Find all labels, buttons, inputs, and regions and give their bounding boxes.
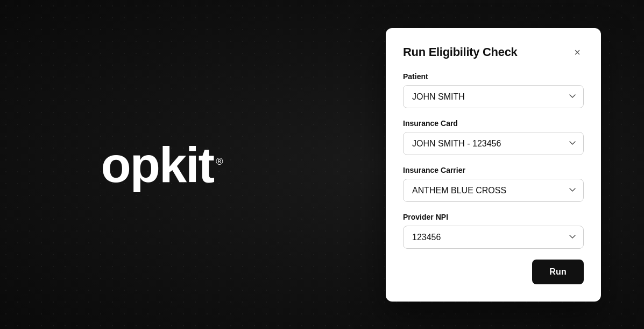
insurance-carrier-label: Insurance Carrier bbox=[403, 166, 584, 174]
patient-label: Patient bbox=[403, 72, 584, 81]
insurance-card-label: Insurance Card bbox=[403, 119, 584, 128]
patient-select[interactable]: JOHN SMITH bbox=[403, 85, 584, 108]
insurance-card-field-group: Insurance Card JOHN SMITH - 123456 bbox=[403, 119, 584, 155]
modal-footer: Run bbox=[403, 260, 584, 284]
eligibility-check-modal: Run Eligibility Check × Patient JOHN SMI… bbox=[386, 28, 601, 302]
insurance-carrier-select[interactable]: ANTHEM BLUE CROSS bbox=[403, 179, 584, 202]
logo-registered-symbol: ® bbox=[216, 156, 222, 167]
provider-npi-label: Provider NPI bbox=[403, 213, 584, 221]
modal-overlay: Run Eligibility Check × Patient JOHN SMI… bbox=[386, 28, 601, 302]
logo-wordmark: opkit bbox=[101, 137, 214, 192]
patient-field-group: Patient JOHN SMITH bbox=[403, 72, 584, 108]
close-button[interactable]: × bbox=[571, 46, 584, 59]
modal-header: Run Eligibility Check × bbox=[403, 45, 584, 59]
provider-npi-field-group: Provider NPI 123456 bbox=[403, 213, 584, 249]
left-panel: opkit® bbox=[0, 0, 323, 329]
insurance-card-select[interactable]: JOHN SMITH - 123456 bbox=[403, 132, 584, 155]
logo: opkit® bbox=[101, 140, 222, 190]
run-button[interactable]: Run bbox=[532, 260, 584, 284]
insurance-carrier-field-group: Insurance Carrier ANTHEM BLUE CROSS bbox=[403, 166, 584, 202]
modal-title: Run Eligibility Check bbox=[403, 45, 518, 59]
provider-npi-select[interactable]: 123456 bbox=[403, 226, 584, 249]
